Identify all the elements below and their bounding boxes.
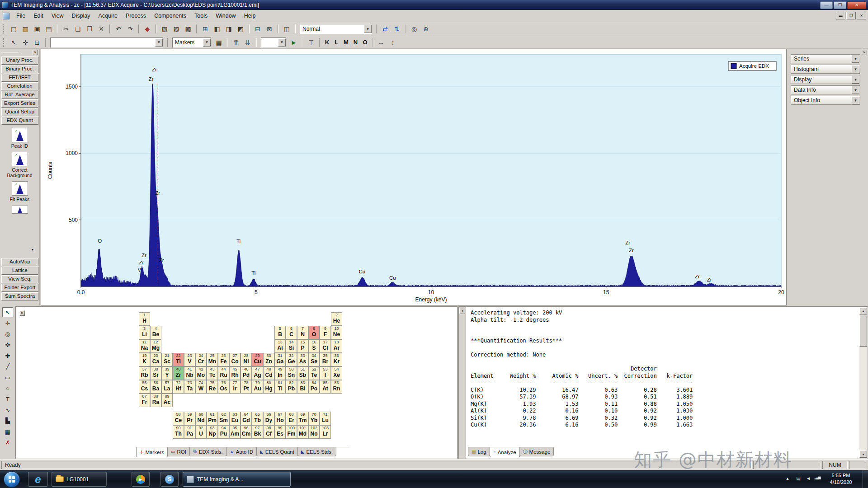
chevron-down-icon[interactable]: ▼: [852, 86, 859, 94]
element-Tb[interactable]: 65Tb: [252, 412, 263, 425]
view-seq-button[interactable]: View Seq.: [1, 275, 38, 283]
element-Lu[interactable]: 71Lu: [320, 412, 331, 425]
element-U[interactable]: 92U: [195, 425, 207, 439]
menu-help[interactable]: Help: [240, 11, 260, 21]
table-tool[interactable]: ▦: [2, 427, 13, 436]
element-Ti[interactable]: 22Ti: [173, 353, 184, 366]
element-selector[interactable]: ▼: [261, 38, 286, 47]
element-Li[interactable]: 3Li: [139, 326, 150, 339]
element-Co[interactable]: 27Co: [229, 353, 241, 366]
element-Np[interactable]: 93Np: [207, 425, 218, 439]
pan-tool[interactable]: ✛: [2, 318, 13, 328]
element-In[interactable]: 49In: [274, 366, 286, 380]
element-Cd[interactable]: 48Cd: [263, 366, 274, 380]
menu-display[interactable]: Display: [68, 11, 94, 21]
profile-tool[interactable]: ∿: [2, 405, 13, 415]
element-Pb[interactable]: 82Pb: [286, 380, 297, 394]
element-Mn[interactable]: 25Mn: [207, 353, 218, 366]
element-Be[interactable]: 4Be: [150, 326, 161, 339]
element-Ar[interactable]: 18Ar: [331, 339, 342, 353]
correlation-button[interactable]: Correlation: [1, 82, 38, 90]
tab-roi[interactable]: ▭ROI: [167, 447, 190, 456]
zoom-tool[interactable]: ◎: [2, 329, 13, 339]
scroll-down-button[interactable]: ▼: [859, 450, 867, 458]
menu-view[interactable]: View: [47, 11, 68, 21]
split-right-button[interactable]: ◨: [223, 23, 234, 34]
element-Bk[interactable]: 97Bk: [252, 425, 263, 439]
open-file-button[interactable]: ▥: [20, 23, 31, 34]
element-F[interactable]: 9F: [320, 326, 331, 339]
undo-button[interactable]: ↶: [113, 23, 124, 34]
signal-selector[interactable]: ▼: [50, 38, 163, 47]
section-display[interactable]: Display▼: [791, 75, 860, 84]
menu-components[interactable]: Components: [150, 11, 190, 21]
action-center-icon[interactable]: ▤: [794, 476, 803, 481]
menu-acquire[interactable]: Acquire: [94, 11, 122, 21]
export-series-button[interactable]: Export Series: [1, 99, 38, 108]
line-tool[interactable]: ╱: [2, 361, 13, 371]
chart-view-button[interactable]: ◫: [281, 23, 292, 34]
child-document-icon[interactable]: [3, 13, 9, 19]
toolbar-grip[interactable]: [3, 38, 5, 47]
flag-marker-button[interactable]: ►: [288, 37, 299, 48]
lattice-button[interactable]: Lattice: [1, 267, 38, 275]
element-Dy[interactable]: 66Dy: [263, 412, 274, 425]
display-mode-selector-dropdown-arrow[interactable]: ▼: [364, 25, 372, 33]
section-histogram[interactable]: Histogram▼: [791, 65, 860, 74]
child-minimize-button[interactable]: ▬: [836, 12, 845, 19]
expand-all-button[interactable]: ⇈: [231, 37, 241, 48]
element-Sb[interactable]: 51Sb: [297, 366, 308, 380]
element-Se[interactable]: 34Se: [308, 353, 320, 366]
element-Br[interactable]: 35Br: [320, 353, 331, 366]
menu-edit[interactable]: Edit: [29, 11, 47, 21]
rectangle-tool[interactable]: ▭: [2, 372, 13, 382]
element-Eu[interactable]: 63Eu: [229, 412, 241, 425]
display-mode-selector[interactable]: Normal▼: [300, 24, 372, 34]
results-scrollbar[interactable]: ▲ ▼: [859, 307, 867, 458]
ellipse-tool[interactable]: ○: [2, 383, 13, 393]
element-Tl[interactable]: 81Tl: [274, 380, 286, 394]
internet-explorer-button[interactable]: e: [28, 472, 48, 487]
adjust-contrast-button[interactable]: ▨: [171, 23, 182, 34]
element-V[interactable]: 23V: [184, 353, 195, 366]
menu-tools[interactable]: Tools: [190, 11, 212, 21]
minimize-button[interactable]: —: [820, 1, 833, 9]
element-Os[interactable]: 76Os: [218, 380, 229, 394]
element-Th[interactable]: 90Th: [173, 425, 184, 439]
element-Zr[interactable]: 40Zr: [173, 366, 184, 380]
peak-id-item[interactable]: →Peak ID: [0, 128, 39, 149]
element-Fe[interactable]: 26Fe: [218, 353, 229, 366]
hidden-icons-chevron[interactable]: ▴: [783, 476, 792, 481]
close-button[interactable]: ✕: [847, 1, 866, 9]
paste-button[interactable]: ❐: [84, 23, 95, 34]
element-Tm[interactable]: 69Tm: [297, 412, 308, 425]
section-data-info[interactable]: Data Info▼: [791, 85, 860, 94]
network-icon[interactable]: ▂▄▆: [813, 476, 822, 479]
element-Rb[interactable]: 37Rb: [139, 366, 150, 380]
element-Fr[interactable]: 87Fr: [139, 394, 150, 407]
menu-file[interactable]: File: [12, 11, 29, 21]
element-Pm[interactable]: 61Pm: [207, 412, 218, 425]
fft-ifft-button[interactable]: FFT/IFFT: [1, 74, 38, 82]
element-Bi[interactable]: 83Bi: [297, 380, 308, 394]
element-Pr[interactable]: 59Pr: [184, 412, 195, 425]
crosshair-tool[interactable]: ✚: [2, 351, 13, 361]
start-button[interactable]: [4, 471, 20, 488]
rot-average-button[interactable]: Rot. Average: [1, 91, 38, 99]
element-Ce[interactable]: 58Ce: [173, 412, 184, 425]
element-Am[interactable]: 95Am: [229, 425, 241, 439]
element-Si[interactable]: 14Si: [286, 339, 297, 353]
explorer-window-button[interactable]: LG10001: [52, 472, 107, 487]
chevron-down-icon[interactable]: ▼: [852, 65, 859, 73]
print-button[interactable]: ▤: [43, 23, 54, 34]
adjust-gamma-button[interactable]: ▩: [183, 23, 193, 34]
child-close-button[interactable]: ✕: [857, 12, 866, 19]
center-tool[interactable]: ✜: [2, 340, 13, 350]
element-Hg[interactable]: 80Hg: [263, 380, 274, 394]
element-Yb[interactable]: 70Yb: [308, 412, 320, 425]
correct-background-item[interactable]: →Correct Background: [0, 152, 39, 178]
line-family-k-button[interactable]: K: [323, 37, 331, 48]
element-Ca[interactable]: 20Ca: [150, 353, 161, 366]
element-K[interactable]: 19K: [139, 353, 150, 366]
element-Es[interactable]: 99Es: [274, 425, 286, 439]
